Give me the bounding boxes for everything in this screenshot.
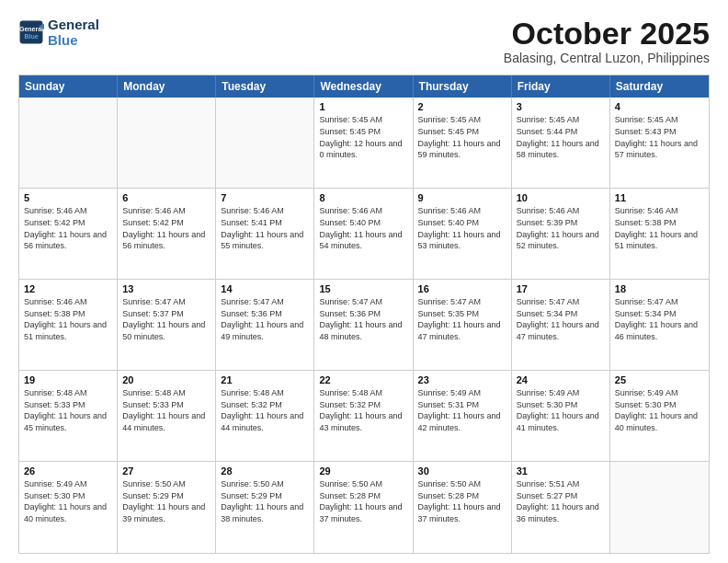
- cell-info: Sunrise: 5:47 AM Sunset: 5:36 PM Dayligh…: [319, 296, 407, 342]
- day-number: 14: [221, 283, 309, 294]
- day-number: 2: [418, 101, 506, 112]
- calendar-header: SundayMondayTuesdayWednesdayThursdayFrid…: [19, 75, 709, 98]
- day-number: 24: [517, 374, 605, 385]
- cell-info: Sunrise: 5:49 AM Sunset: 5:30 PM Dayligh…: [24, 478, 112, 524]
- cell-info: Sunrise: 5:49 AM Sunset: 5:30 PM Dayligh…: [517, 387, 605, 433]
- cell-info: Sunrise: 5:48 AM Sunset: 5:33 PM Dayligh…: [24, 387, 112, 433]
- cell-info: Sunrise: 5:46 AM Sunset: 5:40 PM Dayligh…: [418, 205, 506, 251]
- day-number: 22: [319, 374, 407, 385]
- calendar-cell: 25Sunrise: 5:49 AM Sunset: 5:30 PM Dayli…: [610, 371, 709, 461]
- calendar-cell: 11Sunrise: 5:46 AM Sunset: 5:38 PM Dayli…: [610, 189, 709, 279]
- day-number: 16: [418, 283, 506, 294]
- calendar-cell: 28Sunrise: 5:50 AM Sunset: 5:29 PM Dayli…: [216, 462, 314, 553]
- calendar-cell: [118, 98, 216, 188]
- cell-info: Sunrise: 5:46 AM Sunset: 5:42 PM Dayligh…: [122, 205, 210, 251]
- cell-info: Sunrise: 5:49 AM Sunset: 5:31 PM Dayligh…: [418, 387, 506, 433]
- calendar-cell: 16Sunrise: 5:47 AM Sunset: 5:35 PM Dayli…: [414, 280, 512, 370]
- header-day: Wednesday: [314, 75, 413, 98]
- calendar-cell: 15Sunrise: 5:47 AM Sunset: 5:36 PM Dayli…: [314, 280, 413, 370]
- header-day: Friday: [512, 75, 610, 98]
- cell-info: Sunrise: 5:46 AM Sunset: 5:38 PM Dayligh…: [24, 296, 112, 342]
- calendar-cell: 1Sunrise: 5:45 AM Sunset: 5:45 PM Daylig…: [314, 98, 413, 188]
- calendar-cell: 9Sunrise: 5:46 AM Sunset: 5:40 PM Daylig…: [414, 189, 512, 279]
- calendar-cell: 17Sunrise: 5:47 AM Sunset: 5:34 PM Dayli…: [512, 280, 610, 370]
- cell-info: Sunrise: 5:50 AM Sunset: 5:29 PM Dayligh…: [122, 478, 210, 524]
- cell-info: Sunrise: 5:45 AM Sunset: 5:45 PM Dayligh…: [319, 114, 407, 160]
- calendar-cell: 2Sunrise: 5:45 AM Sunset: 5:45 PM Daylig…: [414, 98, 512, 188]
- day-number: 7: [221, 192, 309, 203]
- calendar-cell: 18Sunrise: 5:47 AM Sunset: 5:34 PM Dayli…: [610, 280, 709, 370]
- day-number: 1: [319, 101, 407, 112]
- calendar-cell: 12Sunrise: 5:46 AM Sunset: 5:38 PM Dayli…: [19, 280, 118, 370]
- calendar-cell: 7Sunrise: 5:46 AM Sunset: 5:41 PM Daylig…: [216, 189, 314, 279]
- calendar-cell: [19, 98, 118, 188]
- calendar-row: 19Sunrise: 5:48 AM Sunset: 5:33 PM Dayli…: [19, 371, 709, 462]
- calendar-cell: 5Sunrise: 5:46 AM Sunset: 5:42 PM Daylig…: [19, 189, 118, 279]
- day-number: 9: [418, 192, 506, 203]
- cell-info: Sunrise: 5:45 AM Sunset: 5:44 PM Dayligh…: [517, 114, 605, 160]
- day-number: 30: [418, 465, 506, 477]
- cell-info: Sunrise: 5:50 AM Sunset: 5:29 PM Dayligh…: [221, 478, 309, 524]
- logo-line1: General: [48, 17, 99, 32]
- day-number: 3: [517, 101, 605, 112]
- calendar-cell: 8Sunrise: 5:46 AM Sunset: 5:40 PM Daylig…: [314, 189, 413, 279]
- day-number: 20: [122, 374, 210, 385]
- cell-info: Sunrise: 5:48 AM Sunset: 5:32 PM Dayligh…: [319, 387, 407, 433]
- cell-info: Sunrise: 5:47 AM Sunset: 5:37 PM Dayligh…: [122, 296, 210, 342]
- calendar-cell: 22Sunrise: 5:48 AM Sunset: 5:32 PM Dayli…: [314, 371, 413, 461]
- cell-info: Sunrise: 5:48 AM Sunset: 5:32 PM Dayligh…: [221, 387, 309, 433]
- logo-line2: Blue: [48, 32, 99, 48]
- cell-info: Sunrise: 5:47 AM Sunset: 5:34 PM Dayligh…: [517, 296, 605, 342]
- day-number: 13: [122, 283, 210, 294]
- day-number: 8: [319, 192, 407, 203]
- calendar-cell: 6Sunrise: 5:46 AM Sunset: 5:42 PM Daylig…: [118, 189, 216, 279]
- calendar-body: 1Sunrise: 5:45 AM Sunset: 5:45 PM Daylig…: [19, 98, 709, 553]
- calendar-cell: [610, 462, 709, 553]
- calendar-cell: 13Sunrise: 5:47 AM Sunset: 5:37 PM Dayli…: [118, 280, 216, 370]
- day-number: 11: [615, 192, 704, 203]
- calendar-cell: 30Sunrise: 5:50 AM Sunset: 5:28 PM Dayli…: [414, 462, 512, 553]
- calendar-cell: 3Sunrise: 5:45 AM Sunset: 5:44 PM Daylig…: [512, 98, 610, 188]
- day-number: 29: [319, 465, 407, 477]
- header-day: Thursday: [414, 75, 512, 98]
- month-title: October 2025: [504, 17, 710, 51]
- calendar-cell: 19Sunrise: 5:48 AM Sunset: 5:33 PM Dayli…: [19, 371, 118, 461]
- day-number: 10: [517, 192, 605, 203]
- calendar-row: 1Sunrise: 5:45 AM Sunset: 5:45 PM Daylig…: [19, 98, 709, 189]
- day-number: 21: [221, 374, 309, 385]
- calendar-cell: 29Sunrise: 5:50 AM Sunset: 5:28 PM Dayli…: [314, 462, 413, 553]
- cell-info: Sunrise: 5:48 AM Sunset: 5:33 PM Dayligh…: [122, 387, 210, 433]
- calendar-cell: 21Sunrise: 5:48 AM Sunset: 5:32 PM Dayli…: [216, 371, 314, 461]
- day-number: 27: [122, 465, 210, 477]
- title-block: October 2025 Balasing, Central Luzon, Ph…: [504, 17, 710, 65]
- day-number: 23: [418, 374, 506, 385]
- calendar-cell: 10Sunrise: 5:46 AM Sunset: 5:39 PM Dayli…: [512, 189, 610, 279]
- calendar-cell: 14Sunrise: 5:47 AM Sunset: 5:36 PM Dayli…: [216, 280, 314, 370]
- cell-info: Sunrise: 5:45 AM Sunset: 5:43 PM Dayligh…: [615, 114, 704, 160]
- cell-info: Sunrise: 5:47 AM Sunset: 5:34 PM Dayligh…: [615, 296, 704, 342]
- cell-info: Sunrise: 5:46 AM Sunset: 5:38 PM Dayligh…: [615, 205, 704, 251]
- cell-info: Sunrise: 5:45 AM Sunset: 5:45 PM Dayligh…: [418, 114, 506, 160]
- page: General Blue General Blue October 2025 B…: [0, 0, 728, 563]
- day-number: 25: [615, 374, 704, 385]
- cell-info: Sunrise: 5:46 AM Sunset: 5:41 PM Dayligh…: [221, 205, 309, 251]
- calendar-cell: 4Sunrise: 5:45 AM Sunset: 5:43 PM Daylig…: [610, 98, 709, 188]
- calendar: SundayMondayTuesdayWednesdayThursdayFrid…: [18, 75, 710, 554]
- calendar-cell: [216, 98, 314, 188]
- header-day: Tuesday: [216, 75, 314, 98]
- cell-info: Sunrise: 5:46 AM Sunset: 5:42 PM Dayligh…: [24, 205, 112, 251]
- calendar-row: 12Sunrise: 5:46 AM Sunset: 5:38 PM Dayli…: [19, 280, 709, 371]
- day-number: 26: [24, 465, 112, 477]
- calendar-cell: 31Sunrise: 5:51 AM Sunset: 5:27 PM Dayli…: [512, 462, 610, 553]
- calendar-cell: 27Sunrise: 5:50 AM Sunset: 5:29 PM Dayli…: [118, 462, 216, 553]
- day-number: 19: [24, 374, 112, 385]
- svg-text:Blue: Blue: [24, 33, 38, 40]
- day-number: 17: [517, 283, 605, 294]
- calendar-cell: 20Sunrise: 5:48 AM Sunset: 5:33 PM Dayli…: [118, 371, 216, 461]
- cell-info: Sunrise: 5:46 AM Sunset: 5:40 PM Dayligh…: [319, 205, 407, 251]
- cell-info: Sunrise: 5:47 AM Sunset: 5:35 PM Dayligh…: [418, 296, 506, 342]
- header-day: Monday: [118, 75, 216, 98]
- day-number: 28: [221, 465, 309, 477]
- header-day: Saturday: [610, 75, 709, 98]
- logo: General Blue General Blue: [18, 17, 99, 49]
